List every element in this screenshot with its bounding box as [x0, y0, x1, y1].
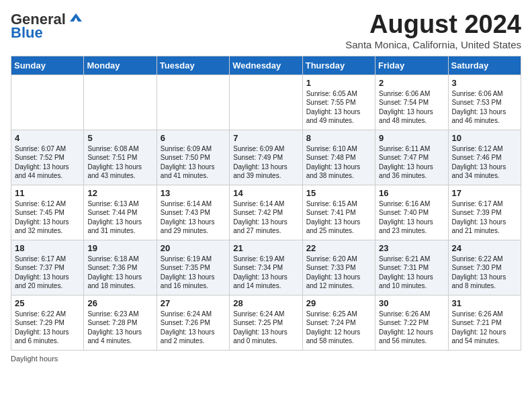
day-number: 20	[161, 243, 226, 253]
table-row	[230, 75, 302, 130]
logo-icon	[69, 12, 83, 24]
day-number: 15	[306, 188, 371, 198]
day-info: Sunrise: 6:14 AM Sunset: 7:43 PM Dayligh…	[161, 199, 226, 236]
day-info: Sunrise: 6:16 AM Sunset: 7:40 PM Dayligh…	[379, 199, 444, 236]
day-info: Sunrise: 6:06 AM Sunset: 7:53 PM Dayligh…	[452, 89, 517, 126]
day-info: Sunrise: 6:19 AM Sunset: 7:35 PM Dayligh…	[161, 255, 226, 291]
table-row: 10Sunrise: 6:12 AM Sunset: 7:46 PM Dayli…	[448, 130, 521, 185]
day-info: Sunrise: 6:09 AM Sunset: 7:50 PM Dayligh…	[161, 144, 226, 181]
day-number: 30	[379, 298, 444, 308]
table-row: 11Sunrise: 6:12 AM Sunset: 7:45 PM Dayli…	[11, 185, 84, 240]
day-info: Sunrise: 6:19 AM Sunset: 7:34 PM Dayligh…	[233, 255, 298, 291]
day-number: 31	[452, 298, 517, 308]
day-number: 14	[233, 188, 298, 198]
title-area: August 2024 Santa Monica, California, Un…	[345, 11, 521, 50]
table-row: 26Sunrise: 6:23 AM Sunset: 7:28 PM Dayli…	[84, 295, 157, 350]
table-row: 23Sunrise: 6:21 AM Sunset: 7:31 PM Dayli…	[375, 240, 448, 295]
day-number: 29	[306, 298, 371, 308]
calendar-week-row: 11Sunrise: 6:12 AM Sunset: 7:45 PM Dayli…	[11, 185, 521, 240]
day-info: Sunrise: 6:22 AM Sunset: 7:30 PM Dayligh…	[452, 255, 517, 291]
day-info: Sunrise: 6:11 AM Sunset: 7:47 PM Dayligh…	[379, 144, 444, 181]
table-row: 13Sunrise: 6:14 AM Sunset: 7:43 PM Dayli…	[157, 185, 229, 240]
logo-blue-text: Blue	[11, 24, 43, 42]
day-number: 6	[161, 133, 226, 143]
day-number: 7	[233, 133, 298, 143]
day-info: Sunrise: 6:26 AM Sunset: 7:21 PM Dayligh…	[452, 310, 517, 346]
col-saturday: Saturday	[448, 56, 521, 75]
table-row: 27Sunrise: 6:24 AM Sunset: 7:26 PM Dayli…	[157, 295, 229, 350]
table-row: 25Sunrise: 6:22 AM Sunset: 7:29 PM Dayli…	[11, 295, 84, 350]
table-row	[11, 75, 84, 130]
day-info: Sunrise: 6:14 AM Sunset: 7:42 PM Dayligh…	[233, 199, 298, 236]
day-number: 9	[379, 133, 444, 143]
table-row: 2Sunrise: 6:06 AM Sunset: 7:54 PM Daylig…	[375, 75, 448, 130]
day-number: 2	[379, 78, 444, 88]
table-row: 15Sunrise: 6:15 AM Sunset: 7:41 PM Dayli…	[302, 185, 375, 240]
day-info: Sunrise: 6:15 AM Sunset: 7:41 PM Dayligh…	[306, 199, 371, 236]
col-friday: Friday	[375, 56, 448, 75]
day-info: Sunrise: 6:20 AM Sunset: 7:33 PM Dayligh…	[306, 255, 371, 291]
table-row: 14Sunrise: 6:14 AM Sunset: 7:42 PM Dayli…	[230, 185, 302, 240]
col-wednesday: Wednesday	[230, 56, 302, 75]
col-tuesday: Tuesday	[157, 56, 229, 75]
calendar-table: Sunday Monday Tuesday Wednesday Thursday…	[11, 56, 521, 351]
col-sunday: Sunday	[11, 56, 84, 75]
day-number: 8	[306, 133, 371, 143]
table-row: 28Sunrise: 6:24 AM Sunset: 7:25 PM Dayli…	[230, 295, 302, 350]
table-row: 24Sunrise: 6:22 AM Sunset: 7:30 PM Dayli…	[448, 240, 521, 295]
day-number: 4	[15, 133, 80, 143]
table-row: 22Sunrise: 6:20 AM Sunset: 7:33 PM Dayli…	[302, 240, 375, 295]
table-row: 9Sunrise: 6:11 AM Sunset: 7:47 PM Daylig…	[375, 130, 448, 185]
calendar-week-row: 18Sunrise: 6:17 AM Sunset: 7:37 PM Dayli…	[11, 240, 521, 295]
day-number: 3	[452, 78, 517, 88]
day-number: 27	[161, 298, 226, 308]
day-info: Sunrise: 6:07 AM Sunset: 7:52 PM Dayligh…	[15, 144, 80, 181]
day-number: 19	[87, 243, 152, 253]
day-info: Sunrise: 6:18 AM Sunset: 7:36 PM Dayligh…	[87, 255, 152, 291]
day-info: Sunrise: 6:08 AM Sunset: 7:51 PM Dayligh…	[87, 144, 152, 181]
table-row: 12Sunrise: 6:13 AM Sunset: 7:44 PM Dayli…	[84, 185, 157, 240]
day-info: Sunrise: 6:12 AM Sunset: 7:46 PM Dayligh…	[452, 144, 517, 181]
day-info: Sunrise: 6:10 AM Sunset: 7:48 PM Dayligh…	[306, 144, 371, 181]
day-number: 25	[15, 298, 80, 308]
day-number: 28	[233, 298, 298, 308]
calendar-header-row: Sunday Monday Tuesday Wednesday Thursday…	[11, 56, 521, 75]
calendar-week-row: 1Sunrise: 6:05 AM Sunset: 7:55 PM Daylig…	[11, 75, 521, 130]
calendar-week-row: 25Sunrise: 6:22 AM Sunset: 7:29 PM Dayli…	[11, 295, 521, 350]
day-info: Sunrise: 6:23 AM Sunset: 7:28 PM Dayligh…	[87, 310, 152, 346]
day-info: Sunrise: 6:06 AM Sunset: 7:54 PM Dayligh…	[379, 89, 444, 126]
table-row: 31Sunrise: 6:26 AM Sunset: 7:21 PM Dayli…	[448, 295, 521, 350]
day-number: 13	[161, 188, 226, 198]
table-row: 30Sunrise: 6:26 AM Sunset: 7:22 PM Dayli…	[375, 295, 448, 350]
day-info: Sunrise: 6:26 AM Sunset: 7:22 PM Dayligh…	[379, 310, 444, 346]
table-row: 29Sunrise: 6:25 AM Sunset: 7:24 PM Dayli…	[302, 295, 375, 350]
location-title: Santa Monica, California, United States	[345, 39, 521, 50]
col-monday: Monday	[84, 56, 157, 75]
table-row	[157, 75, 229, 130]
calendar-week-row: 4Sunrise: 6:07 AM Sunset: 7:52 PM Daylig…	[11, 130, 521, 185]
table-row: 1Sunrise: 6:05 AM Sunset: 7:55 PM Daylig…	[302, 75, 375, 130]
day-number: 21	[233, 243, 298, 253]
day-number: 16	[379, 188, 444, 198]
day-number: 24	[452, 243, 517, 253]
day-info: Sunrise: 6:17 AM Sunset: 7:37 PM Dayligh…	[15, 255, 80, 291]
table-row: 4Sunrise: 6:07 AM Sunset: 7:52 PM Daylig…	[11, 130, 84, 185]
month-title: August 2024	[345, 11, 521, 39]
footer-note: Daylight hours	[11, 355, 521, 363]
day-number: 11	[15, 188, 80, 198]
table-row: 6Sunrise: 6:09 AM Sunset: 7:50 PM Daylig…	[157, 130, 229, 185]
day-info: Sunrise: 6:13 AM Sunset: 7:44 PM Dayligh…	[87, 199, 152, 236]
table-row: 7Sunrise: 6:09 AM Sunset: 7:49 PM Daylig…	[230, 130, 302, 185]
day-number: 22	[306, 243, 371, 253]
day-number: 12	[87, 188, 152, 198]
logo: General Blue	[11, 11, 83, 42]
table-row: 17Sunrise: 6:17 AM Sunset: 7:39 PM Dayli…	[448, 185, 521, 240]
table-row: 19Sunrise: 6:18 AM Sunset: 7:36 PM Dayli…	[84, 240, 157, 295]
day-info: Sunrise: 6:17 AM Sunset: 7:39 PM Dayligh…	[452, 199, 517, 236]
day-info: Sunrise: 6:05 AM Sunset: 7:55 PM Dayligh…	[306, 89, 371, 126]
day-info: Sunrise: 6:12 AM Sunset: 7:45 PM Dayligh…	[15, 199, 80, 236]
day-info: Sunrise: 6:21 AM Sunset: 7:31 PM Dayligh…	[379, 255, 444, 291]
daylight-hours-label: Daylight hours	[11, 355, 58, 363]
day-info: Sunrise: 6:25 AM Sunset: 7:24 PM Dayligh…	[306, 310, 371, 346]
day-number: 5	[87, 133, 152, 143]
